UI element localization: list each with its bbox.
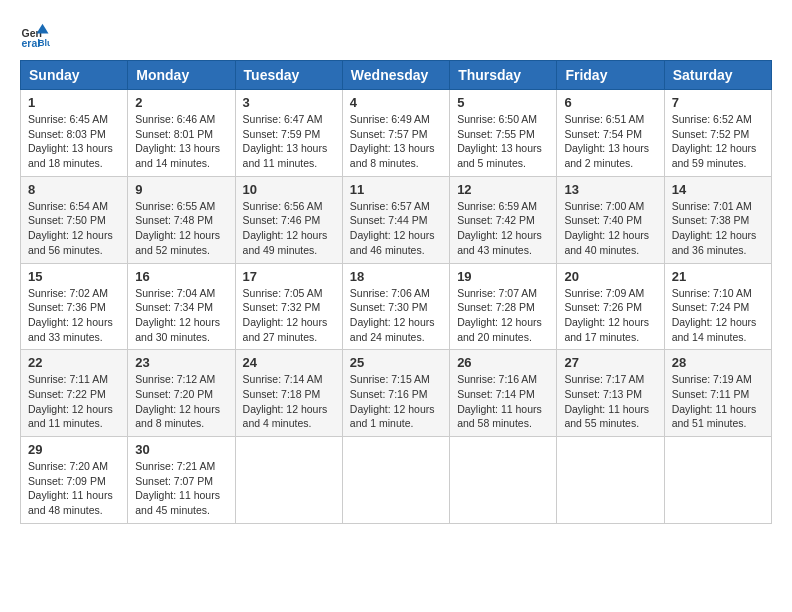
calendar-cell: 3Sunrise: 6:47 AM Sunset: 7:59 PM Daylig… — [235, 90, 342, 177]
calendar-cell: 25Sunrise: 7:15 AM Sunset: 7:16 PM Dayli… — [342, 350, 449, 437]
calendar-week-1: 1Sunrise: 6:45 AM Sunset: 8:03 PM Daylig… — [21, 90, 772, 177]
calendar-week-3: 15Sunrise: 7:02 AM Sunset: 7:36 PM Dayli… — [21, 263, 772, 350]
day-number: 26 — [457, 355, 549, 370]
logo: Gen eral Blue — [20, 20, 54, 50]
day-number: 28 — [672, 355, 764, 370]
day-info: Sunrise: 6:46 AM Sunset: 8:01 PM Dayligh… — [135, 112, 227, 171]
day-info: Sunrise: 7:10 AM Sunset: 7:24 PM Dayligh… — [672, 286, 764, 345]
logo-icon: Gen eral Blue — [20, 20, 50, 50]
calendar-cell: 16Sunrise: 7:04 AM Sunset: 7:34 PM Dayli… — [128, 263, 235, 350]
day-number: 24 — [243, 355, 335, 370]
day-info: Sunrise: 6:56 AM Sunset: 7:46 PM Dayligh… — [243, 199, 335, 258]
day-number: 30 — [135, 442, 227, 457]
day-info: Sunrise: 7:21 AM Sunset: 7:07 PM Dayligh… — [135, 459, 227, 518]
col-header-monday: Monday — [128, 61, 235, 90]
day-info: Sunrise: 7:05 AM Sunset: 7:32 PM Dayligh… — [243, 286, 335, 345]
day-info: Sunrise: 6:52 AM Sunset: 7:52 PM Dayligh… — [672, 112, 764, 171]
day-number: 4 — [350, 95, 442, 110]
day-number: 21 — [672, 269, 764, 284]
day-info: Sunrise: 7:06 AM Sunset: 7:30 PM Dayligh… — [350, 286, 442, 345]
day-info: Sunrise: 6:45 AM Sunset: 8:03 PM Dayligh… — [28, 112, 120, 171]
calendar-table: SundayMondayTuesdayWednesdayThursdayFrid… — [20, 60, 772, 524]
day-info: Sunrise: 6:50 AM Sunset: 7:55 PM Dayligh… — [457, 112, 549, 171]
day-info: Sunrise: 6:47 AM Sunset: 7:59 PM Dayligh… — [243, 112, 335, 171]
day-info: Sunrise: 6:51 AM Sunset: 7:54 PM Dayligh… — [564, 112, 656, 171]
day-info: Sunrise: 6:49 AM Sunset: 7:57 PM Dayligh… — [350, 112, 442, 171]
day-info: Sunrise: 7:02 AM Sunset: 7:36 PM Dayligh… — [28, 286, 120, 345]
day-number: 29 — [28, 442, 120, 457]
day-number: 20 — [564, 269, 656, 284]
calendar-cell: 19Sunrise: 7:07 AM Sunset: 7:28 PM Dayli… — [450, 263, 557, 350]
calendar-cell — [664, 437, 771, 524]
calendar-header-row: SundayMondayTuesdayWednesdayThursdayFrid… — [21, 61, 772, 90]
day-number: 6 — [564, 95, 656, 110]
calendar-week-4: 22Sunrise: 7:11 AM Sunset: 7:22 PM Dayli… — [21, 350, 772, 437]
calendar-cell: 9Sunrise: 6:55 AM Sunset: 7:48 PM Daylig… — [128, 176, 235, 263]
calendar-cell: 28Sunrise: 7:19 AM Sunset: 7:11 PM Dayli… — [664, 350, 771, 437]
calendar-cell — [557, 437, 664, 524]
calendar-cell: 8Sunrise: 6:54 AM Sunset: 7:50 PM Daylig… — [21, 176, 128, 263]
calendar-cell — [235, 437, 342, 524]
calendar-week-2: 8Sunrise: 6:54 AM Sunset: 7:50 PM Daylig… — [21, 176, 772, 263]
col-header-friday: Friday — [557, 61, 664, 90]
day-number: 10 — [243, 182, 335, 197]
col-header-tuesday: Tuesday — [235, 61, 342, 90]
col-header-wednesday: Wednesday — [342, 61, 449, 90]
day-number: 17 — [243, 269, 335, 284]
day-number: 18 — [350, 269, 442, 284]
day-info: Sunrise: 6:57 AM Sunset: 7:44 PM Dayligh… — [350, 199, 442, 258]
day-number: 1 — [28, 95, 120, 110]
calendar-cell — [342, 437, 449, 524]
day-info: Sunrise: 7:16 AM Sunset: 7:14 PM Dayligh… — [457, 372, 549, 431]
day-info: Sunrise: 7:15 AM Sunset: 7:16 PM Dayligh… — [350, 372, 442, 431]
day-number: 7 — [672, 95, 764, 110]
calendar-cell: 11Sunrise: 6:57 AM Sunset: 7:44 PM Dayli… — [342, 176, 449, 263]
col-header-saturday: Saturday — [664, 61, 771, 90]
header: Gen eral Blue — [20, 20, 772, 50]
day-number: 8 — [28, 182, 120, 197]
day-number: 9 — [135, 182, 227, 197]
day-info: Sunrise: 7:00 AM Sunset: 7:40 PM Dayligh… — [564, 199, 656, 258]
day-number: 12 — [457, 182, 549, 197]
svg-text:Blue: Blue — [38, 38, 50, 48]
calendar-cell: 4Sunrise: 6:49 AM Sunset: 7:57 PM Daylig… — [342, 90, 449, 177]
day-info: Sunrise: 7:11 AM Sunset: 7:22 PM Dayligh… — [28, 372, 120, 431]
calendar-cell: 24Sunrise: 7:14 AM Sunset: 7:18 PM Dayli… — [235, 350, 342, 437]
day-info: Sunrise: 7:20 AM Sunset: 7:09 PM Dayligh… — [28, 459, 120, 518]
day-number: 16 — [135, 269, 227, 284]
calendar-cell: 17Sunrise: 7:05 AM Sunset: 7:32 PM Dayli… — [235, 263, 342, 350]
calendar-cell: 22Sunrise: 7:11 AM Sunset: 7:22 PM Dayli… — [21, 350, 128, 437]
calendar-cell: 21Sunrise: 7:10 AM Sunset: 7:24 PM Dayli… — [664, 263, 771, 350]
day-number: 13 — [564, 182, 656, 197]
day-info: Sunrise: 6:54 AM Sunset: 7:50 PM Dayligh… — [28, 199, 120, 258]
day-number: 5 — [457, 95, 549, 110]
calendar-cell: 5Sunrise: 6:50 AM Sunset: 7:55 PM Daylig… — [450, 90, 557, 177]
day-number: 2 — [135, 95, 227, 110]
calendar-cell — [450, 437, 557, 524]
day-number: 27 — [564, 355, 656, 370]
calendar-cell: 27Sunrise: 7:17 AM Sunset: 7:13 PM Dayli… — [557, 350, 664, 437]
day-info: Sunrise: 7:17 AM Sunset: 7:13 PM Dayligh… — [564, 372, 656, 431]
day-number: 25 — [350, 355, 442, 370]
calendar-week-5: 29Sunrise: 7:20 AM Sunset: 7:09 PM Dayli… — [21, 437, 772, 524]
calendar-cell: 1Sunrise: 6:45 AM Sunset: 8:03 PM Daylig… — [21, 90, 128, 177]
calendar-cell: 2Sunrise: 6:46 AM Sunset: 8:01 PM Daylig… — [128, 90, 235, 177]
calendar-cell: 13Sunrise: 7:00 AM Sunset: 7:40 PM Dayli… — [557, 176, 664, 263]
day-info: Sunrise: 6:59 AM Sunset: 7:42 PM Dayligh… — [457, 199, 549, 258]
day-info: Sunrise: 6:55 AM Sunset: 7:48 PM Dayligh… — [135, 199, 227, 258]
col-header-thursday: Thursday — [450, 61, 557, 90]
calendar-cell: 6Sunrise: 6:51 AM Sunset: 7:54 PM Daylig… — [557, 90, 664, 177]
day-info: Sunrise: 7:07 AM Sunset: 7:28 PM Dayligh… — [457, 286, 549, 345]
calendar-cell: 10Sunrise: 6:56 AM Sunset: 7:46 PM Dayli… — [235, 176, 342, 263]
calendar-cell: 30Sunrise: 7:21 AM Sunset: 7:07 PM Dayli… — [128, 437, 235, 524]
calendar-cell: 23Sunrise: 7:12 AM Sunset: 7:20 PM Dayli… — [128, 350, 235, 437]
day-info: Sunrise: 7:01 AM Sunset: 7:38 PM Dayligh… — [672, 199, 764, 258]
day-number: 3 — [243, 95, 335, 110]
calendar-cell: 18Sunrise: 7:06 AM Sunset: 7:30 PM Dayli… — [342, 263, 449, 350]
day-number: 19 — [457, 269, 549, 284]
calendar-cell: 7Sunrise: 6:52 AM Sunset: 7:52 PM Daylig… — [664, 90, 771, 177]
day-info: Sunrise: 7:12 AM Sunset: 7:20 PM Dayligh… — [135, 372, 227, 431]
calendar-cell: 15Sunrise: 7:02 AM Sunset: 7:36 PM Dayli… — [21, 263, 128, 350]
day-number: 22 — [28, 355, 120, 370]
calendar-cell: 26Sunrise: 7:16 AM Sunset: 7:14 PM Dayli… — [450, 350, 557, 437]
